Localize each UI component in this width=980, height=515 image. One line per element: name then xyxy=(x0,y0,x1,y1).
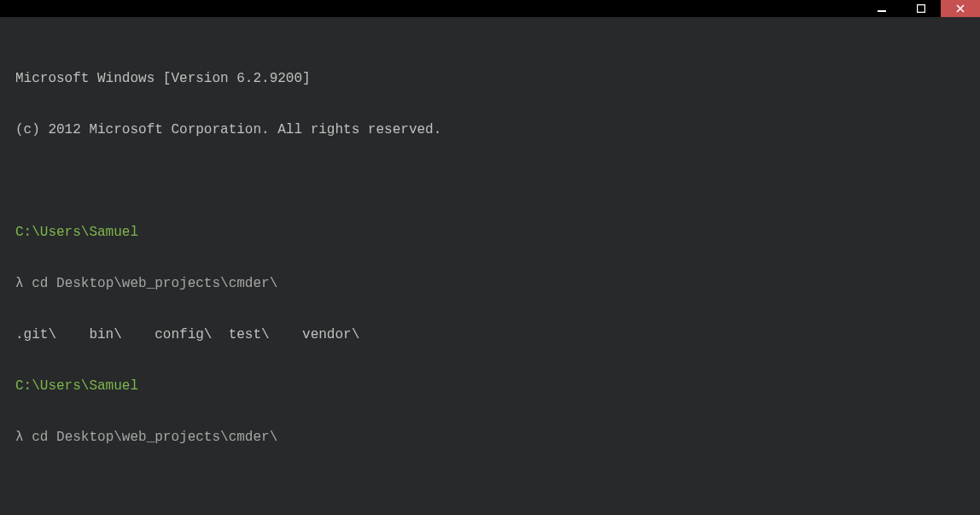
cmd-cd: cd Desktop\web_projects\cmder\ xyxy=(32,276,277,291)
prompt-symbol: λ xyxy=(15,276,24,291)
prompt-symbol: λ xyxy=(15,430,24,445)
maximize-icon xyxy=(917,4,925,13)
titlebar xyxy=(0,0,980,17)
minimize-icon xyxy=(878,4,886,13)
prompt-path: C:\Users\Samuel xyxy=(15,378,138,394)
prompt-path: C:\Users\Samuel xyxy=(15,225,138,240)
svg-rect-1 xyxy=(918,5,925,13)
maximize-button[interactable] xyxy=(901,0,941,17)
close-icon xyxy=(956,4,965,13)
close-button[interactable] xyxy=(941,0,980,17)
terminal-window: Microsoft Windows [Version 6.2.9200] (c)… xyxy=(0,0,980,515)
dir-listing: .git\ bin\ config\ test\ vendor\ xyxy=(15,327,359,342)
svg-rect-0 xyxy=(878,10,886,12)
cmd-cd: cd Desktop\web_projects\cmder\ xyxy=(32,430,277,445)
os-banner-line2: (c) 2012 Microsoft Corporation. All righ… xyxy=(15,122,441,138)
minimize-button[interactable] xyxy=(862,0,901,17)
terminal-output[interactable]: Microsoft Windows [Version 6.2.9200] (c)… xyxy=(0,17,980,515)
os-banner-line1: Microsoft Windows [Version 6.2.9200] xyxy=(15,71,311,86)
